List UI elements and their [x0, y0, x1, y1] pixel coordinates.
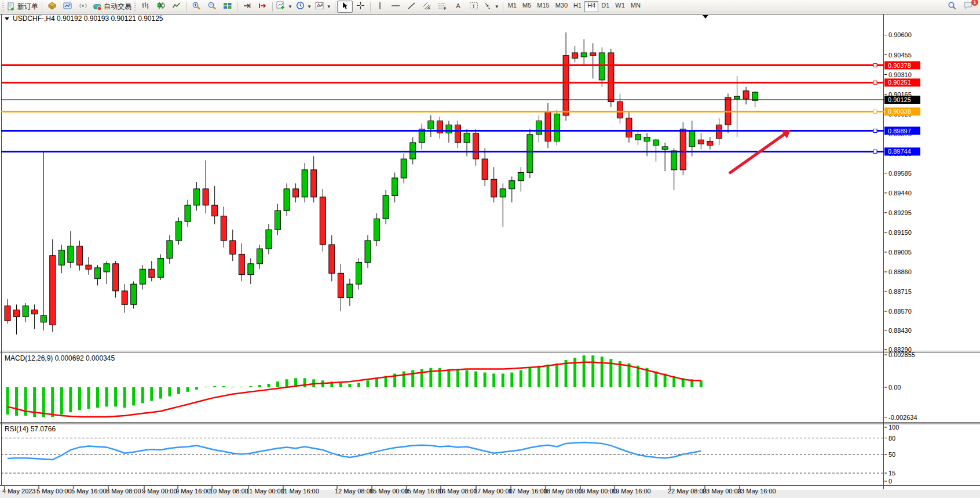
- rsi-axis-tick: 100: [888, 424, 899, 431]
- bull-candle: [518, 173, 524, 181]
- timeframe-button-m1[interactable]: M1: [505, 1, 520, 12]
- vertical-line-button[interactable]: [372, 1, 388, 13]
- notifications-button[interactable]: 1: [960, 1, 975, 13]
- search-button[interactable]: [944, 1, 960, 13]
- tile-windows-icon: [223, 2, 232, 12]
- timeframe-button-mn[interactable]: MN: [628, 1, 643, 12]
- price-axis-tick: 0.89440: [888, 190, 912, 197]
- price-badge-label: 0.89897: [888, 128, 911, 135]
- bull-candle: [599, 53, 605, 80]
- data-window-button[interactable]: [60, 1, 75, 13]
- bull-candle: [383, 195, 389, 219]
- auto-trading-button[interactable]: 自动交易: [91, 1, 133, 13]
- toolbar-separator: [186, 2, 187, 12]
- bull-candle: [536, 121, 542, 134]
- bear-candle: [76, 246, 82, 265]
- bear-candle: [239, 254, 244, 274]
- bear-candle: [545, 111, 551, 141]
- bull-candle: [356, 263, 361, 285]
- symbol-ohlc-header: USDCHF-,H4 0.90192 0.90193 0.90121 0.901…: [13, 14, 163, 23]
- toolbar-grip: [2, 2, 4, 11]
- templates-button[interactable]: ▼: [313, 1, 333, 13]
- timeframe-button-m15[interactable]: M15: [534, 1, 552, 12]
- zoom-in-icon: [192, 1, 201, 12]
- line-chart-button[interactable]: [169, 1, 184, 13]
- chevron-down-icon: ▼: [327, 4, 331, 9]
- price-badge-label: 0.90038: [888, 108, 911, 115]
- bull-candle: [275, 210, 281, 230]
- line-handle[interactable]: [873, 81, 877, 84]
- macd-axis-tick: 0.00: [888, 384, 901, 391]
- new-order-button[interactable]: 新订单: [5, 1, 40, 13]
- signal-waves-icon: [79, 2, 87, 12]
- timeframe-button-m30[interactable]: M30: [553, 1, 571, 12]
- rsi-axis-tick: 80: [888, 435, 895, 442]
- bear-candle: [698, 140, 704, 144]
- chart-shift-button[interactable]: [255, 1, 270, 13]
- zoom-out-icon: [207, 1, 217, 12]
- candlestick-chart-button[interactable]: [153, 1, 169, 13]
- bear-candle: [455, 125, 461, 143]
- bear-candle: [14, 310, 20, 317]
- bear-candle: [221, 216, 226, 241]
- bar-chart-button[interactable]: [137, 1, 153, 13]
- indicators-icon: [276, 1, 286, 12]
- line-handle[interactable]: [873, 110, 877, 113]
- cursor-button[interactable]: [337, 1, 353, 13]
- zoom-out-button[interactable]: [204, 1, 220, 13]
- auto-scroll-button[interactable]: [239, 1, 255, 13]
- line-handle[interactable]: [873, 129, 877, 133]
- timeframe-button-h4[interactable]: H4: [584, 1, 598, 12]
- bear-candle: [338, 273, 343, 297]
- line-handle[interactable]: [873, 150, 877, 153]
- trendline-button[interactable]: [404, 1, 419, 13]
- chart-canvas[interactable]: 0.906000.904550.903100.901650.900200.898…: [0, 0, 980, 498]
- timeframe-button-w1[interactable]: W1: [612, 1, 628, 12]
- cursor-icon: [341, 2, 349, 12]
- main-toolbar: 新订单 自动交易 ▼ ▼ ▼: [0, 0, 980, 13]
- trendline-icon: [407, 2, 416, 12]
- date-axis-label: 17 May 00:00: [474, 488, 513, 495]
- bear-candle: [86, 265, 92, 269]
- signals-button[interactable]: [75, 1, 91, 13]
- timeframe-button-h1[interactable]: H1: [571, 1, 584, 12]
- text-button[interactable]: A: [451, 1, 466, 13]
- crosshair-button[interactable]: [353, 1, 368, 13]
- bull-candle: [167, 241, 173, 259]
- bull-candle: [365, 241, 371, 263]
- bull-candle: [689, 130, 695, 147]
- periods-button[interactable]: ▼: [294, 1, 313, 13]
- bull-candle: [374, 219, 380, 241]
- bull-candle: [428, 121, 434, 129]
- tile-windows-button[interactable]: [220, 1, 235, 13]
- horizontal-line-button[interactable]: [388, 1, 404, 13]
- line-handle[interactable]: [873, 64, 877, 67]
- date-axis-label: 4 May 2023: [2, 488, 35, 495]
- bear-candle: [212, 205, 218, 216]
- price-axis-tick: 0.90600: [888, 31, 912, 38]
- price-axis-tick: 0.89585: [888, 170, 912, 177]
- toolbar-separator: [503, 2, 503, 12]
- date-axis-label: 19 May 16:00: [612, 488, 651, 495]
- arrows-button[interactable]: ▼: [482, 1, 501, 13]
- zoom-in-button[interactable]: [188, 1, 204, 13]
- price-axis-tick: 0.88860: [888, 268, 912, 275]
- bull-candle: [644, 137, 650, 141]
- fibonacci-button[interactable]: F: [435, 1, 451, 13]
- text-label-button[interactable]: T: [466, 1, 482, 13]
- svg-text:F: F: [444, 6, 447, 10]
- bull-candle: [527, 135, 533, 173]
- timeframe-button-m5[interactable]: M5: [520, 1, 534, 12]
- fibonacci-icon: F: [438, 2, 447, 12]
- timeframe-button-d1[interactable]: D1: [598, 1, 612, 12]
- chart-shift-icon: [258, 2, 267, 12]
- rsi-axis-tick: 50: [888, 451, 895, 458]
- date-axis-label: 16 May 08:00: [438, 488, 477, 495]
- market-watch-button[interactable]: [44, 1, 60, 13]
- bull-candle: [653, 140, 659, 145]
- bear-candle: [50, 256, 56, 325]
- equidistant-channel-button[interactable]: E: [419, 1, 435, 13]
- indicators-button[interactable]: ▼: [275, 1, 294, 13]
- bull-candle: [140, 269, 145, 284]
- price-axis-tick: 0.88570: [888, 308, 912, 315]
